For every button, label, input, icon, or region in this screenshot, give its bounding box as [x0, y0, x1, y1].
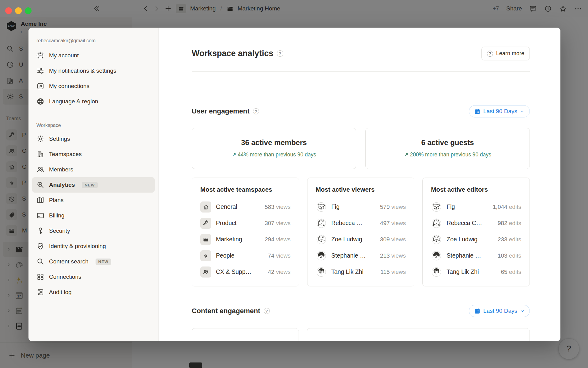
settings-nav-item[interactable]: Settings — [32, 131, 155, 147]
list-item[interactable]: Zoe Ludwig309 views — [316, 231, 406, 247]
settings-nav-item[interactable]: AnalyticsNEW — [32, 177, 155, 193]
globe-icon — [36, 98, 44, 105]
list-item[interactable]: Stephanie …103 edits — [431, 247, 521, 264]
minimize-window-button[interactable] — [15, 7, 22, 14]
list-item[interactable]: Tang Lik Zhi115 views — [316, 264, 406, 280]
list-item[interactable]: General583 views — [200, 199, 291, 215]
list-item[interactable]: Rebecca …497 views — [316, 215, 406, 231]
settings-nav-item[interactable]: Audit log — [32, 285, 155, 300]
user-engagement-heading: User engagement — [192, 107, 250, 115]
chevron-down-icon — [520, 309, 525, 313]
list-item[interactable]: Product307 views — [200, 215, 291, 231]
settings-nav-label: Analytics — [49, 182, 75, 188]
map-icon — [36, 196, 44, 204]
avatar-dog-icon — [316, 201, 327, 213]
new-badge: NEW — [82, 182, 97, 188]
settings-nav-item[interactable]: My account — [32, 48, 155, 63]
settings-nav-item[interactable]: Billing — [32, 208, 155, 223]
date-range-selector[interactable]: Last 90 Days — [469, 305, 530, 317]
sliders-icon — [36, 67, 44, 75]
settings-nav-item[interactable]: My notifications & settings — [32, 63, 155, 79]
list-item[interactable]: People74 views — [200, 247, 291, 264]
list-item[interactable]: Rebecca C…982 edits — [431, 215, 521, 231]
learn-more-button[interactable]: ? Learn more — [481, 47, 530, 60]
credit-card-icon — [36, 212, 44, 220]
settings-nav-item[interactable]: Security — [32, 223, 155, 239]
avatar-tang-icon — [316, 266, 327, 278]
settings-nav-label: Identity & provisioning — [49, 243, 106, 250]
stat-headline: 6 active guests — [369, 138, 526, 147]
settings-nav-label: Billing — [49, 212, 65, 219]
search-icon — [36, 258, 44, 266]
settings-nav-label: Audit log — [49, 289, 72, 296]
most-active-viewers-card: Most active viewers Fig579 viewsRebecca … — [307, 178, 415, 286]
scroll-icon — [36, 288, 44, 296]
list-item[interactable]: Zoe Ludwig233 edits — [431, 231, 521, 247]
settings-nav-label: Language & region — [49, 98, 98, 105]
trend-up-icon: ↗ — [232, 151, 236, 158]
content-card-partial — [192, 328, 299, 341]
close-window-button[interactable] — [5, 7, 12, 14]
analytics-panel: Workspace analytics ? ? Learn more User … — [159, 28, 560, 341]
active-members-card: 36 active members ↗ 44% more than previo… — [192, 128, 356, 169]
date-range-label: Last 90 Days — [483, 108, 517, 115]
date-range-selector[interactable]: Last 90 Days — [469, 105, 530, 117]
active-guests-card: 6 active guests ↗ 200% more than previou… — [365, 128, 530, 169]
zoom-window-button[interactable] — [25, 7, 32, 14]
learn-more-label: Learn more — [496, 50, 524, 57]
avatar-rebecca-icon — [431, 218, 442, 229]
avatar-zoe-icon — [316, 234, 327, 245]
card-title: Most active editors — [431, 186, 521, 193]
workspace-section-label: Workspace — [32, 123, 155, 128]
trend-up-icon: ↗ — [404, 151, 409, 158]
teamspace-rows: General583 viewsProduct307 viewsMarketin… — [200, 199, 291, 280]
list-item[interactable]: Fig579 views — [316, 199, 406, 215]
avatar-stephanie-icon — [431, 250, 442, 261]
editor-rows: Fig1,044 editsRebecca C…982 editsZoe Lud… — [431, 199, 521, 280]
list-item[interactable]: CX & Supp…42 views — [200, 264, 291, 280]
search-plus-icon — [36, 181, 44, 189]
settings-nav-item[interactable]: Identity & provisioning — [32, 239, 155, 254]
avatar-rebecca-icon — [36, 52, 44, 59]
list-item[interactable]: Stephanie …213 views — [316, 247, 406, 264]
settings-nav-item[interactable]: Connections — [32, 269, 155, 285]
settings-nav-label: Connections — [49, 274, 81, 280]
people-icon — [200, 266, 211, 278]
key-icon — [36, 227, 44, 235]
settings-nav-item[interactable]: Plans — [32, 193, 155, 208]
chevron-down-icon — [520, 109, 525, 114]
title-help-icon[interactable]: ? — [277, 50, 283, 57]
calendar-icon — [474, 108, 481, 115]
flower-icon — [200, 250, 211, 261]
settings-sidebar: rebeccamcakir@gmail.com My accountMy not… — [28, 28, 159, 341]
wrench-icon — [200, 218, 211, 229]
settings-nav-label: Teamspaces — [49, 151, 82, 158]
account-nav: My accountMy notifications & settingsMy … — [32, 48, 155, 109]
question-circle-icon: ? — [487, 51, 493, 57]
settings-nav-label: Members — [49, 166, 73, 173]
settings-nav-item[interactable]: Content searchNEW — [32, 254, 155, 269]
settings-nav-item[interactable]: My connections — [32, 79, 155, 94]
clapper-solid-icon — [200, 234, 211, 245]
avatar-stephanie-icon — [316, 250, 327, 261]
grid-icon — [36, 273, 44, 281]
settings-nav-item[interactable]: Members — [32, 162, 155, 177]
section-help-icon[interactable]: ? — [264, 308, 270, 314]
settings-nav-item[interactable]: Teamspaces — [32, 147, 155, 162]
list-item[interactable]: Tang Lik Zhi65 edits — [431, 264, 521, 280]
most-active-teamspaces-card: Most active teamspaces General583 viewsP… — [192, 178, 299, 286]
settings-nav-label: Content search — [49, 258, 89, 265]
section-help-icon[interactable]: ? — [253, 108, 259, 114]
people-icon — [36, 166, 44, 174]
settings-nav-label: My connections — [49, 83, 89, 90]
settings-nav-item[interactable]: Language & region — [32, 94, 155, 109]
page-title: Workspace analytics — [192, 49, 273, 58]
list-item[interactable]: Fig1,044 edits — [431, 199, 521, 215]
avatar-rebecca-icon — [316, 218, 327, 229]
account-email: rebeccamcakir@gmail.com — [32, 38, 155, 44]
avatar-zoe-icon — [431, 234, 442, 245]
stat-delta: ↗ 200% more than previous 90 days — [369, 151, 526, 158]
list-item[interactable]: Marketing294 views — [200, 231, 291, 247]
settings-modal: rebeccamcakir@gmail.com My accountMy not… — [28, 28, 560, 341]
settings-nav-label: Plans — [49, 197, 64, 204]
